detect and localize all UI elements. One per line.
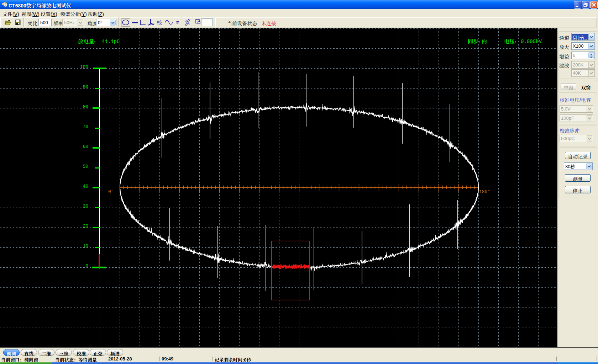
svg-text:41.1pC: 41.1pC — [102, 39, 120, 44]
svg-text:10: 10 — [83, 243, 88, 249]
svg-text:20: 20 — [83, 224, 88, 229]
svg-text:40: 40 — [83, 184, 88, 189]
svg-text:同步: 内: 同步: 内 — [468, 37, 487, 45]
svg-text:50: 50 — [83, 164, 88, 169]
svg-text:60: 60 — [83, 144, 88, 149]
svg-text:180°: 180° — [479, 189, 490, 194]
svg-text:100: 100 — [80, 64, 88, 70]
svg-text:70: 70 — [83, 124, 88, 129]
svg-text:b: b — [188, 22, 190, 26]
svg-text:校: 校 — [157, 18, 162, 26]
svg-text:0.000kV: 0.000kV — [521, 39, 542, 44]
svg-text:电压:: 电压: — [504, 37, 516, 45]
svg-text:90: 90 — [83, 84, 88, 90]
svg-text:0°: 0° — [108, 189, 114, 194]
svg-text:F: F — [176, 20, 179, 25]
svg-text:0: 0 — [85, 263, 88, 269]
svg-text:80: 80 — [83, 104, 88, 109]
svg-text:30: 30 — [83, 204, 88, 209]
svg-text:放电量:: 放电量: — [78, 37, 96, 45]
